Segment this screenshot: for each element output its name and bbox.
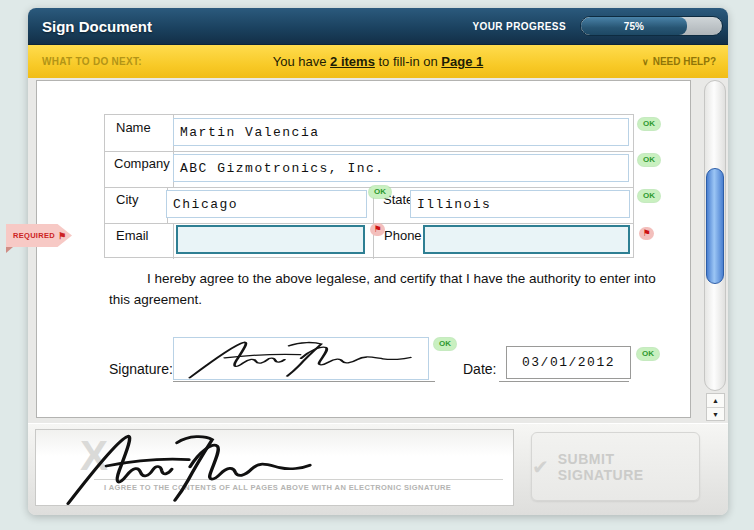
signature-pad-image [64, 430, 316, 506]
state-ok-badge: OK [638, 190, 660, 202]
cell-divider [173, 224, 174, 259]
signature-pad[interactable]: X I AGREE TO THE CONTENTS OF ALL PAGES A… [35, 429, 514, 506]
name-label: Name [110, 117, 151, 135]
scroll-up-icon[interactable]: ▲ [707, 394, 724, 408]
required-flag-icon: ⚑ [58, 231, 66, 241]
footer-panel: X I AGREE TO THE CONTENTS OF ALL PAGES A… [28, 423, 728, 515]
sign-document-window: Sign Document YOUR PROGRESS 75% WHAT TO … [28, 8, 728, 515]
submit-signature-label: SUBMIT SIGNATURE [558, 451, 699, 483]
progress-fill: 75% [581, 17, 687, 35]
date-doc-line [499, 381, 629, 382]
progress-bar: 75% [580, 16, 723, 36]
email-input[interactable] [176, 225, 365, 254]
submit-signature-button[interactable]: ✔ SUBMIT SIGNATURE [531, 432, 700, 501]
city-input[interactable]: Chicago [166, 190, 367, 218]
items-link[interactable]: 2 items [330, 54, 375, 69]
city-label: City [110, 189, 138, 207]
scrollbar-arrows: ▲ ▼ [706, 393, 725, 421]
header-bar: Sign Document YOUR PROGRESS 75% [28, 8, 728, 45]
signature-ok-badge: OK [434, 338, 456, 350]
phone-required-flag-icon: ⚑ [639, 227, 654, 240]
scrollbar-thumb[interactable] [706, 168, 724, 284]
need-help-button[interactable]: ∨NEED HELP? [642, 45, 716, 79]
signature-field[interactable] [173, 337, 429, 380]
notice-message: You have 2 items to fill-in on Page 1 [28, 45, 728, 78]
progress-label: YOUR PROGRESS [466, 8, 566, 45]
notice-message-prefix: You have [273, 54, 330, 69]
signature-image [186, 339, 416, 379]
notice-bar: WHAT TO DO NEXT: You have 2 items to fil… [28, 45, 728, 78]
scroll-down-icon[interactable]: ▼ [707, 408, 724, 421]
email-label: Email [110, 225, 149, 243]
signature-doc-line [173, 381, 435, 382]
agreement-text: I hereby agree to the above legalese, an… [109, 269, 657, 311]
required-tag-label: REQUIRED [13, 231, 55, 240]
company-label: Company [108, 153, 170, 171]
signature-label: Signature: [109, 361, 173, 377]
document-page: Name Company City State Email Phone Mart… [36, 80, 691, 418]
notice-message-middle: to fill-in on [375, 54, 441, 69]
date-label: Date: [463, 361, 496, 377]
name-input[interactable]: Martin Valencia [173, 118, 629, 146]
required-tag-fold [6, 247, 13, 253]
check-icon: ✔ [532, 455, 549, 479]
date-ok-badge: OK [637, 348, 659, 360]
company-ok-badge: OK [638, 154, 660, 166]
chevron-down-icon: ∨ [642, 57, 649, 67]
page-title: Sign Document [42, 8, 152, 45]
progress-percent: 75% [624, 21, 644, 32]
phone-input[interactable] [423, 225, 630, 254]
company-input[interactable]: ABC Gizmotronics, Inc. [173, 154, 629, 182]
name-ok-badge: OK [638, 118, 660, 130]
email-required-flag-icon: ⚑ [370, 223, 385, 236]
vertical-scrollbar: ▲ ▼ [704, 80, 726, 421]
need-help-label: NEED HELP? [653, 56, 716, 67]
screen: Sign Document YOUR PROGRESS 75% WHAT TO … [0, 0, 754, 530]
state-input[interactable]: Illinois [410, 190, 630, 218]
page-link[interactable]: Page 1 [441, 54, 483, 69]
city-ok-badge: OK [369, 186, 391, 198]
date-field[interactable]: 03/01/2012 [506, 346, 631, 379]
document-viewport: Name Company City State Email Phone Mart… [28, 78, 728, 423]
